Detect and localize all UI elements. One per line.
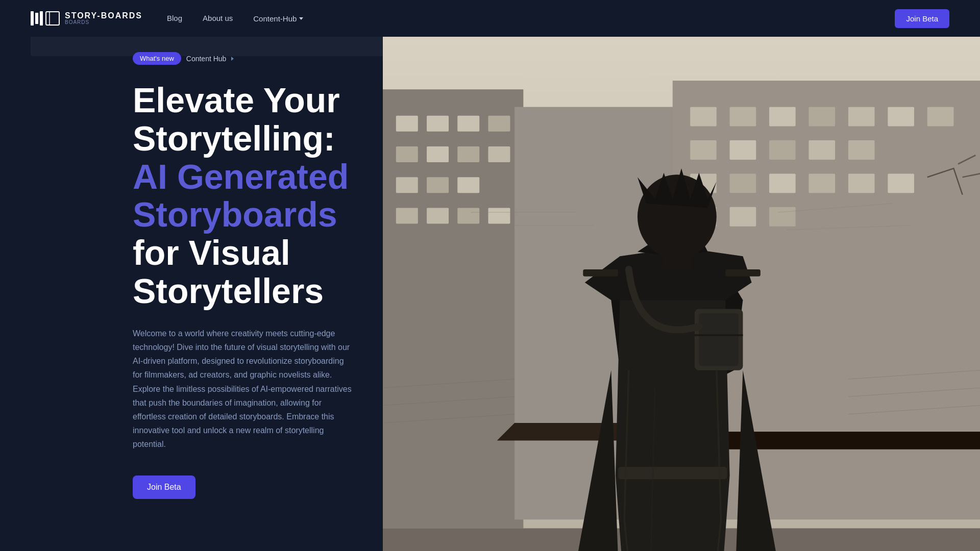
logo-icon bbox=[31, 11, 60, 26]
hero-title: Elevate Your Storytelling: AI Generated … bbox=[133, 81, 352, 310]
svg-rect-36 bbox=[848, 140, 875, 160]
svg-rect-38 bbox=[730, 173, 756, 193]
svg-rect-25 bbox=[690, 107, 717, 127]
logo-box bbox=[45, 11, 60, 26]
svg-rect-16 bbox=[396, 208, 418, 224]
svg-rect-26 bbox=[730, 107, 756, 127]
hero-title-line2: Storytelling: bbox=[133, 119, 335, 158]
breadcrumb-badge[interactable]: What's new bbox=[133, 52, 181, 65]
hero-section: What's new Content Hub Elevate Your Stor… bbox=[0, 37, 980, 551]
hero-title-line4: Storytellers bbox=[133, 271, 324, 310]
hero-title-highlight: AI Generated Storyboards bbox=[133, 157, 349, 234]
join-beta-button-nav[interactable]: Join Beta bbox=[895, 9, 949, 28]
svg-rect-44 bbox=[730, 207, 756, 227]
nav-item-blog[interactable]: Blog bbox=[167, 14, 182, 23]
hero-title-line3: for Visual bbox=[133, 233, 290, 272]
hero-description: Welcome to a world where creativity meet… bbox=[133, 327, 352, 452]
navbar: STORY-BOARDS BOARDS Blog About us Conten… bbox=[0, 0, 980, 37]
chevron-down-icon bbox=[299, 17, 303, 20]
svg-rect-19 bbox=[488, 208, 510, 224]
svg-rect-39 bbox=[769, 173, 796, 193]
nav-link-blog[interactable]: Blog bbox=[167, 14, 182, 22]
svg-rect-18 bbox=[457, 208, 479, 224]
svg-rect-63 bbox=[725, 269, 761, 277]
logo-bar-2 bbox=[35, 13, 38, 24]
logo[interactable]: STORY-BOARDS BOARDS bbox=[31, 11, 142, 26]
breadcrumb-link[interactable]: Content Hub bbox=[186, 55, 227, 63]
svg-rect-13 bbox=[396, 177, 418, 193]
svg-rect-62 bbox=[583, 269, 618, 277]
nav-item-about[interactable]: About us bbox=[203, 14, 233, 23]
svg-rect-40 bbox=[808, 173, 835, 193]
logo-boards-text: BOARDS bbox=[65, 20, 142, 25]
navbar-left: STORY-BOARDS BOARDS Blog About us Conten… bbox=[31, 11, 303, 26]
hero-image bbox=[383, 37, 980, 551]
svg-rect-35 bbox=[808, 140, 835, 160]
svg-rect-29 bbox=[848, 107, 875, 127]
logo-bar-3 bbox=[40, 11, 43, 26]
svg-rect-41 bbox=[848, 173, 875, 193]
svg-rect-14 bbox=[427, 177, 449, 193]
svg-rect-5 bbox=[396, 116, 418, 132]
svg-rect-12 bbox=[488, 146, 510, 162]
svg-rect-7 bbox=[457, 116, 479, 132]
svg-rect-6 bbox=[427, 116, 449, 132]
svg-rect-42 bbox=[888, 173, 914, 193]
svg-rect-15 bbox=[457, 177, 479, 193]
svg-rect-27 bbox=[769, 107, 796, 127]
nav-link-about[interactable]: About us bbox=[203, 14, 233, 22]
breadcrumb: What's new Content Hub bbox=[133, 52, 352, 65]
svg-rect-34 bbox=[769, 140, 796, 160]
nav-links: Blog About us Content-Hub bbox=[167, 14, 303, 23]
svg-rect-33 bbox=[730, 140, 756, 160]
svg-rect-32 bbox=[690, 140, 717, 160]
svg-rect-30 bbox=[888, 107, 914, 127]
svg-rect-61 bbox=[618, 467, 727, 479]
nav-item-content-hub[interactable]: Content-Hub bbox=[253, 14, 303, 23]
logo-bar-1 bbox=[31, 11, 34, 26]
svg-rect-65 bbox=[662, 252, 692, 269]
svg-rect-8 bbox=[488, 116, 510, 132]
svg-rect-0 bbox=[46, 12, 59, 25]
logo-text: STORY-BOARDS BOARDS bbox=[65, 12, 142, 25]
svg-rect-17 bbox=[427, 208, 449, 224]
hero-illustration bbox=[383, 37, 980, 551]
svg-rect-10 bbox=[427, 146, 449, 162]
join-beta-button-hero[interactable]: Join Beta bbox=[133, 475, 195, 499]
svg-rect-11 bbox=[457, 146, 479, 162]
svg-rect-45 bbox=[769, 207, 796, 227]
svg-rect-67 bbox=[699, 313, 738, 366]
chevron-right-icon bbox=[231, 57, 234, 61]
nav-content-hub-dropdown[interactable]: Content-Hub bbox=[253, 14, 303, 23]
hero-content: What's new Content Hub Elevate Your Stor… bbox=[0, 37, 383, 551]
hero-title-line1: Elevate Your bbox=[133, 81, 340, 119]
svg-rect-31 bbox=[927, 107, 954, 127]
nav-link-content-hub[interactable]: Content-Hub bbox=[253, 14, 297, 23]
svg-rect-9 bbox=[396, 146, 418, 162]
svg-rect-28 bbox=[808, 107, 835, 127]
logo-story-text: STORY-BOARDS bbox=[65, 12, 142, 20]
